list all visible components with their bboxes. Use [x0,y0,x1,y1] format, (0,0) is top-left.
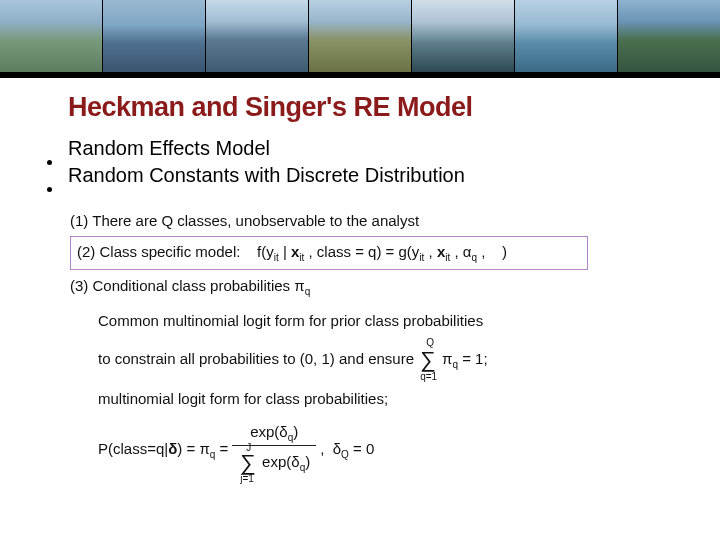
sigma-icon: ∑ [420,347,436,372]
bullet-text: Random Effects Model [68,137,270,160]
bullet-dot-icon [47,160,52,165]
highlight-box: (2) Class specific model: f(yit | xit , … [70,236,588,270]
banner-photo [618,0,720,72]
banner-photo [515,0,617,72]
math-text: πq = 1; [442,350,488,367]
bullet-item: Random Constants with Discrete Distribut… [30,164,720,187]
header-banner [0,0,720,78]
math-text: , δQ = 0 [320,437,374,463]
math-text: P(class=q|δ) = πq = [98,437,228,463]
math-line: (1) There are Q classes, unobservable to… [70,209,680,232]
banner-photo [206,0,308,72]
bullet-text: Random Constants with Discrete Distribut… [68,164,465,187]
slide-title: Heckman and Singer's RE Model [68,92,720,123]
math-line-boxed: (2) Class specific model: f(yit | xit , … [70,236,680,270]
bullet-item: Random Effects Model [30,137,720,160]
sum-icon: Q ∑ q=1 [420,343,436,377]
banner-photo [103,0,205,72]
fraction-numerator: exp(δq) [232,420,316,447]
sum-upper: Q [426,335,434,351]
banner-photo [309,0,411,72]
banner-photo [412,0,514,72]
math-content: (1) There are Q classes, unobservable to… [70,209,680,480]
banner-photo [0,0,102,72]
math-line: Common multinomial logit form for prior … [98,309,680,332]
math-text: (2) Class specific model: [77,243,240,260]
bullet-dot-icon [47,187,52,192]
sum-upper: J [246,440,251,456]
fraction: exp(δq) J ∑ j=1 exp(δq) [232,420,316,481]
math-equation: P(class=q|δ) = πq = exp(δq) J ∑ j=1 exp(… [98,420,680,481]
math-formula: f(yit | xit , class = q) = g(yit , xit ,… [257,243,507,260]
sum-lower: j=1 [240,471,254,487]
math-line: to constrain all probabilities to (0, 1)… [98,343,680,377]
sum-lower: q=1 [420,369,437,385]
math-text: to constrain all probabilities to (0, 1)… [98,350,414,367]
math-line: multinomial logit form for class probabi… [98,387,680,410]
bullet-list: Random Effects Model Random Constants wi… [30,137,720,187]
math-line: (3) Conditional class probabilities πq [70,274,680,300]
fraction-denominator: J ∑ j=1 exp(δq) [232,446,316,480]
